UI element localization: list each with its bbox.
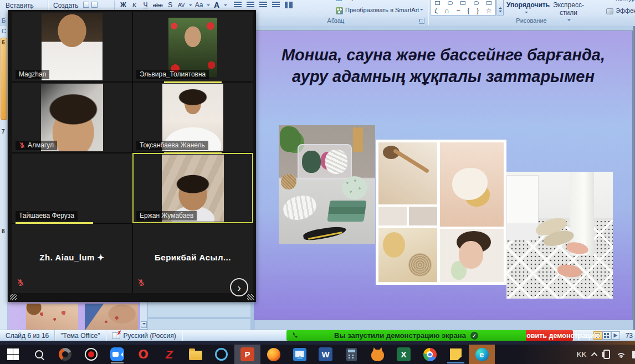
shape-icon[interactable] <box>474 1 479 5</box>
character-spacing-button[interactable]: AV <box>177 0 186 10</box>
taskbar-word[interactable]: W <box>313 345 339 364</box>
ellipse-shape-icon[interactable] <box>448 1 453 5</box>
participant-tile[interactable]: Magzhan <box>12 12 132 81</box>
resize-grip[interactable] <box>10 294 17 300</box>
taskbar-recorder-app[interactable] <box>52 345 78 364</box>
shape-effects-button[interactable]: Эффект <box>606 7 635 14</box>
align-right-button[interactable] <box>258 1 268 9</box>
taskbar-chrome[interactable] <box>417 345 443 364</box>
slide-thumbnail-number[interactable]: 8 <box>2 228 5 234</box>
rectangle-shape-icon[interactable] <box>435 1 440 5</box>
theme-indicator[interactable]: "Тема Office" <box>55 330 106 341</box>
bath-accessories-photo[interactable] <box>279 125 375 244</box>
taskbar-zona-app[interactable]: Z <box>156 345 182 364</box>
shape-outline-label: Контур <box>616 0 635 2</box>
stop-share-button[interactable]: Остановить демонстрацию <box>526 330 573 341</box>
change-case-button[interactable]: Aa <box>194 0 204 10</box>
participant-tile-active-speaker[interactable]: Ержан Жумабаев <box>133 153 253 223</box>
slideshow-button[interactable] <box>611 331 620 340</box>
paragraph-dialog-launcher[interactable] <box>419 18 424 24</box>
next-page-button[interactable]: › <box>230 278 248 296</box>
hygiene-collage-photo[interactable] <box>376 140 506 285</box>
columns-button[interactable] <box>283 1 294 9</box>
participant-tile[interactable]: Тоқсанбаева Жанель <box>133 83 253 152</box>
taskbar-excel[interactable]: X <box>391 345 417 364</box>
shapes-gallery-scroll[interactable] <box>496 0 504 16</box>
align-left-button[interactable] <box>232 1 243 9</box>
taskbar-ring-app[interactable] <box>208 345 234 364</box>
shape-outline-button-clipped[interactable]: Контур <box>606 0 635 5</box>
taskbar-calculator[interactable] <box>339 345 365 364</box>
star-shape-icon[interactable]: ☆ <box>486 7 492 14</box>
scroll-down-button[interactable] <box>141 321 147 328</box>
arrange-button[interactable]: Упорядочить <box>506 1 545 17</box>
font-color-button[interactable]: A <box>212 0 221 10</box>
italic-button[interactable]: К <box>130 0 139 10</box>
taskbar-sticky-notes[interactable] <box>443 345 469 364</box>
participant-tile[interactable]: Алмагул <box>12 83 132 152</box>
smartart-icon <box>336 7 343 14</box>
wifi-icon[interactable] <box>616 351 626 358</box>
keyboard-layout-indicator[interactable]: KK <box>577 350 587 358</box>
taskbar-record-app[interactable] <box>78 345 104 364</box>
start-button[interactable] <box>0 345 26 364</box>
taskbar-zoom-app[interactable] <box>104 345 130 364</box>
smartart-button[interactable]: Преобразовать в SmartArt <box>336 7 423 14</box>
participant-tile[interactable]: Эльвира_Толиятовна <box>133 12 253 81</box>
strikethrough-button[interactable]: abc <box>152 0 164 10</box>
underline-button[interactable]: Ч <box>141 0 150 10</box>
chevron-up-icon[interactable] <box>591 352 597 358</box>
zoom-meeting-window[interactable]: Magzhan Эльвира_Толиятовна Алмагул Тоқса… <box>8 10 256 302</box>
taskbar-file-explorer[interactable] <box>182 345 208 364</box>
justify-button[interactable] <box>270 1 281 9</box>
shape-icon[interactable] <box>487 1 491 5</box>
battery-icon-partial[interactable] <box>632 351 635 358</box>
left-brace-shape-icon[interactable]: { <box>467 7 469 14</box>
zoom-level[interactable]: 73 <box>626 332 633 340</box>
your-phone-icon[interactable] <box>603 350 610 359</box>
participant-tile[interactable]: Zh. Aiau_lum ✦ <box>12 224 132 293</box>
taskbar-search-button[interactable] <box>26 345 52 364</box>
slide-thumbnail-number[interactable]: 6 <box>2 39 5 45</box>
resize-grip[interactable] <box>247 294 254 300</box>
arc-shape-icon[interactable]: ∩ <box>444 7 449 14</box>
curve-shape-icon[interactable]: ~ <box>457 7 460 14</box>
slide-title[interactable]: Монша, сауна және бассейнге барғанда, ау… <box>276 44 610 87</box>
right-brace-shape-icon[interactable]: } <box>477 7 479 14</box>
background-scrollbar[interactable] <box>140 302 148 330</box>
taskbar-edge-active[interactable]: e <box>469 345 495 364</box>
taskbar-scratch[interactable] <box>365 345 391 364</box>
new-slide-button[interactable]: Создать <box>53 2 79 9</box>
spellcheck-language[interactable]: Русский (Россия) <box>106 330 182 341</box>
shower-slippers-photo[interactable] <box>506 172 613 299</box>
scroll-up-icon[interactable] <box>499 6 502 9</box>
taskbar-photos-app[interactable] <box>286 345 313 364</box>
align-center-button[interactable] <box>245 1 255 9</box>
powerpoint-icon: P <box>240 347 254 361</box>
align-text-button-clipped[interactable]: Выровнять текст <box>336 0 424 5</box>
scroll-down-icon[interactable] <box>499 11 502 14</box>
shapes-gallery[interactable]: ζ ∩ ~ { } ☆ <box>431 0 496 16</box>
slides-tab[interactable]: С <box>2 28 6 34</box>
blue-ring-app-icon <box>215 348 228 361</box>
quick-styles-label: Экспресс-стили <box>545 1 592 17</box>
shadow-button[interactable]: S <box>166 0 175 10</box>
smartart-label: Преобразовать в SmartArt <box>345 7 419 13</box>
case-dropdown-icon[interactable] <box>207 4 210 8</box>
layout-icon[interactable] <box>83 2 89 8</box>
participant-tile[interactable]: Тайшаева Феруза <box>12 153 132 223</box>
taskbar-firefox[interactable] <box>260 345 286 364</box>
slide-canvas[interactable]: Монша, сауна және бассейнге барғанда, ау… <box>254 30 633 320</box>
shape-icon[interactable] <box>460 1 465 5</box>
reset-icon[interactable] <box>91 2 98 8</box>
slide-sorter-button[interactable] <box>602 331 611 340</box>
spacing-dropdown-icon[interactable] <box>189 4 192 8</box>
active-slide-thumbnail[interactable] <box>1 38 7 120</box>
slide-counter[interactable]: Слайд 6 из 16 <box>0 330 55 341</box>
taskbar-powerpoint-active[interactable]: P <box>234 345 260 364</box>
font-color-dropdown-icon[interactable] <box>224 4 227 8</box>
bold-button[interactable]: Ж <box>119 0 128 10</box>
slide-thumbnail-number[interactable]: 7 <box>2 129 5 135</box>
scribble-shape-icon[interactable]: ζ <box>434 7 437 14</box>
taskbar-opera[interactable]: O <box>130 345 156 364</box>
